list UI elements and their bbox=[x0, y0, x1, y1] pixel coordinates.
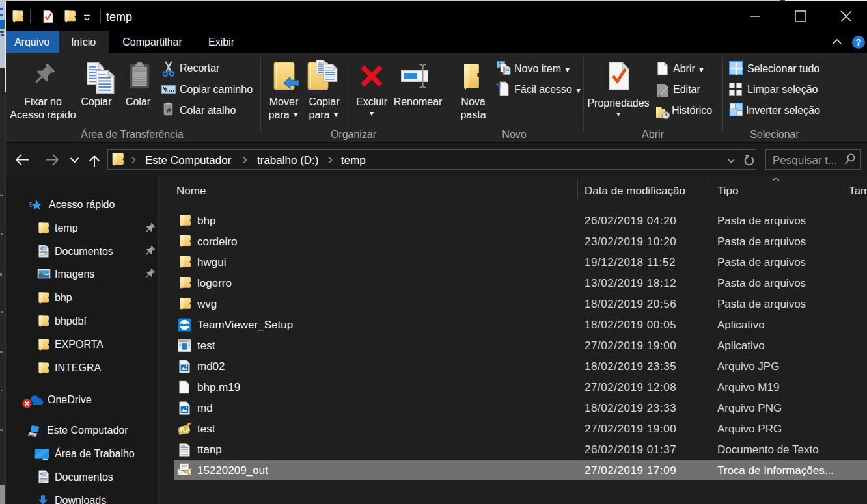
svg-text:?: ? bbox=[856, 37, 862, 47]
